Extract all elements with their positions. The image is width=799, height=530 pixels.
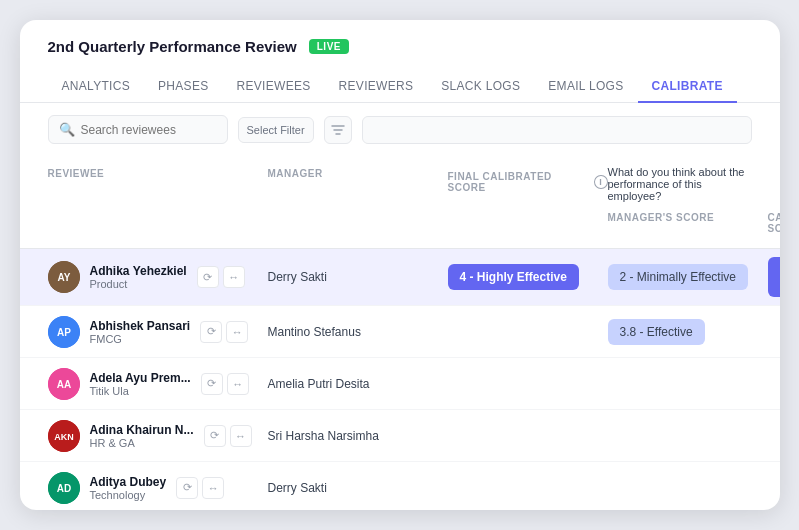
- action-icons: ⟳ ↔: [204, 425, 252, 447]
- action-icon-reset[interactable]: ⟳: [204, 425, 226, 447]
- final-score-cell: [448, 376, 608, 392]
- action-icons: ⟳ ↔: [201, 373, 249, 395]
- reviewee-dept: FMCG: [90, 333, 191, 345]
- filter-bar: [362, 116, 752, 144]
- managers-score-cell: 2 - Minimally Effective: [608, 256, 768, 298]
- svg-text:AD: AD: [56, 483, 70, 494]
- final-score-badge: 4 - Highly Effective: [448, 264, 579, 290]
- search-box[interactable]: 🔍: [48, 115, 228, 144]
- table-header: REVIEWEE MANAGER FINAL CALIBRATED SCORE …: [20, 156, 780, 249]
- manager-cell: Amelia Putri Desita: [268, 369, 448, 399]
- final-score-cell: 4 - Highly Effective: [448, 256, 608, 298]
- svg-text:AA: AA: [56, 379, 70, 390]
- filter-icon[interactable]: [324, 116, 352, 144]
- page-header: 2nd Quarterly Performance Review LIVE: [20, 20, 780, 55]
- action-icon-expand[interactable]: ↔: [230, 425, 252, 447]
- action-icon-reset[interactable]: ⟳: [201, 373, 223, 395]
- avatar: AKN: [48, 420, 80, 452]
- managers-score-cell: [608, 376, 768, 392]
- reviewee-cell: AA Adela Ayu Prem... Titik Ula ⟳ ↔: [48, 360, 268, 408]
- avatar: AD: [48, 472, 80, 504]
- col-manager: MANAGER: [268, 160, 448, 204]
- tab-calibrate[interactable]: CALIBRATE: [638, 71, 737, 103]
- final-score-cell: [448, 324, 608, 340]
- reviewee-dept: Titik Ula: [90, 385, 191, 397]
- search-icon: 🔍: [59, 122, 75, 137]
- reviewee-name: Abhishek Pansari: [90, 319, 191, 333]
- action-icons: ⟳ ↔: [200, 321, 248, 343]
- action-icon-expand[interactable]: ↔: [226, 321, 248, 343]
- action-icon-reset[interactable]: ⟳: [197, 266, 219, 288]
- main-card: 2nd Quarterly Performance Review LIVE AN…: [20, 20, 780, 510]
- action-icon-expand[interactable]: ↔: [227, 373, 249, 395]
- col-calibrated-score: CALIBRATED SCORE: [768, 204, 780, 242]
- svg-text:AY: AY: [57, 272, 70, 283]
- calibrated-cell: 3.8 - Effective: [768, 249, 780, 305]
- table-row: AP Abhishek Pansari FMCG ⟳ ↔ Mantino Ste…: [20, 306, 780, 358]
- action-icon-reset[interactable]: ⟳: [200, 321, 222, 343]
- reviewee-cell: AKN Adina Khairun N... HR & GA ⟳ ↔: [48, 412, 268, 460]
- nav-tabs: ANALYTICS PHASES REVIEWEES REVIEWERS SLA…: [20, 59, 780, 103]
- tab-email-logs[interactable]: EMAIL LOGS: [534, 71, 637, 103]
- avatar: AA: [48, 368, 80, 400]
- final-score-cell: [448, 428, 608, 444]
- avatar: AY: [48, 261, 80, 293]
- reviewee-cell: AP Abhishek Pansari FMCG ⟳ ↔: [48, 308, 268, 356]
- table-header-top: REVIEWEE MANAGER FINAL CALIBRATED SCORE …: [20, 156, 780, 204]
- managers-score-cell: [608, 480, 768, 496]
- live-badge: LIVE: [309, 39, 349, 54]
- search-input[interactable]: [81, 123, 217, 137]
- col-final-score: FINAL CALIBRATED SCORE i: [448, 160, 608, 204]
- reviewee-dept: HR & GA: [90, 437, 194, 449]
- reviewee-info: Aditya Dubey Technology: [90, 475, 167, 501]
- table-row: AY Adhika Yehezkiel Product ⟳ ↔ Derry Sa…: [20, 249, 780, 306]
- manager-cell: Derry Sakti: [268, 262, 448, 292]
- calibrated-score-badge: 3.8 - Effective: [768, 257, 780, 297]
- reviewee-info: Abhishek Pansari FMCG: [90, 319, 191, 345]
- table-row: AD Aditya Dubey Technology ⟳ ↔ Derry Sak…: [20, 462, 780, 510]
- manager-cell: Sri Harsha Narsimha: [268, 421, 448, 451]
- tab-reviewees[interactable]: REVIEWEES: [223, 71, 325, 103]
- tab-analytics[interactable]: ANALYTICS: [48, 71, 145, 103]
- reviewee-dept: Technology: [90, 489, 167, 501]
- action-icons: ⟳ ↔: [197, 266, 245, 288]
- reviewee-cell: AY Adhika Yehezkiel Product ⟳ ↔: [48, 253, 268, 301]
- final-score-cell: [448, 480, 608, 496]
- col-reviewee: REVIEWEE: [48, 160, 268, 204]
- svg-text:AP: AP: [57, 327, 71, 338]
- table-row: AKN Adina Khairun N... HR & GA ⟳ ↔ Sri H…: [20, 410, 780, 462]
- action-icon-expand[interactable]: ↔: [202, 477, 224, 499]
- action-icon-reset[interactable]: ⟳: [176, 477, 198, 499]
- info-icon[interactable]: i: [594, 175, 608, 189]
- page-title: 2nd Quarterly Performance Review: [48, 38, 297, 55]
- action-icon-expand[interactable]: ↔: [223, 266, 245, 288]
- managers-score-badge: 3.8 - Effective: [608, 319, 705, 345]
- table-container: REVIEWEE MANAGER FINAL CALIBRATED SCORE …: [20, 156, 780, 510]
- select-filter-button[interactable]: Select Filter: [238, 117, 314, 143]
- manager-cell: Derry Sakti: [268, 473, 448, 503]
- svg-text:AKN: AKN: [54, 432, 74, 442]
- col-managers-score: MANAGER'S SCORE: [608, 204, 768, 242]
- tab-slack-logs[interactable]: SLACK LOGS: [427, 71, 534, 103]
- action-icons: ⟳ ↔: [176, 477, 224, 499]
- tab-phases[interactable]: PHASES: [144, 71, 223, 103]
- reviewee-info: Adela Ayu Prem... Titik Ula: [90, 371, 191, 397]
- reviewee-info: Adina Khairun N... HR & GA: [90, 423, 194, 449]
- reviewee-dept: Product: [90, 278, 187, 290]
- reviewee-info: Adhika Yehezkiel Product: [90, 264, 187, 290]
- reviewee-name: Adela Ayu Prem...: [90, 371, 191, 385]
- table-body: AY Adhika Yehezkiel Product ⟳ ↔ Derry Sa…: [20, 249, 780, 510]
- reviewee-name: Adhika Yehezkiel: [90, 264, 187, 278]
- toolbar: 🔍 Select Filter: [20, 103, 780, 156]
- col-question: What do you think about the performance …: [608, 160, 752, 204]
- managers-score-cell: [608, 428, 768, 444]
- reviewee-name: Adina Khairun N...: [90, 423, 194, 437]
- reviewee-cell: AD Aditya Dubey Technology ⟳ ↔: [48, 464, 268, 511]
- reviewee-name: Aditya Dubey: [90, 475, 167, 489]
- managers-score-cell: 3.8 - Effective: [608, 311, 768, 353]
- tab-reviewers[interactable]: REVIEWERS: [325, 71, 428, 103]
- managers-score-badge: 2 - Minimally Effective: [608, 264, 748, 290]
- table-header-bottom: MANAGER'S SCORE CALIBRATED SCORE: [20, 204, 780, 249]
- table-row: AA Adela Ayu Prem... Titik Ula ⟳ ↔ Ameli…: [20, 358, 780, 410]
- manager-cell: Mantino Stefanus: [268, 317, 448, 347]
